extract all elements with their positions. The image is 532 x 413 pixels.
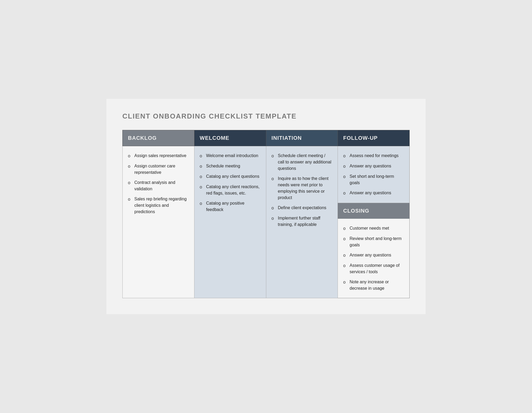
bullet-icon: o <box>200 163 205 170</box>
item-text: Assign customer care representative <box>134 163 189 176</box>
item-text: Catalog any client questions <box>206 173 261 180</box>
item-text: Sales rep briefing regarding client logi… <box>134 196 189 215</box>
initiation-body: o Schedule client meeting / call to answ… <box>266 146 338 298</box>
bullet-icon: o <box>343 153 348 159</box>
bullet-icon: o <box>343 163 348 170</box>
item-text: Customer needs met <box>350 225 404 231</box>
list-item: o Implement further staff training, if a… <box>272 215 332 228</box>
list-item: o Contract analysis and validation <box>128 179 189 192</box>
bullet-icon: o <box>272 215 276 222</box>
item-text: Schedule client meeting / call to answer… <box>278 153 332 172</box>
list-item: o Inquire as to how the client needs wer… <box>272 175 332 201</box>
item-text: Answer any questions <box>350 252 404 258</box>
bullet-icon: o <box>343 174 348 180</box>
item-text: Review short and long-term goals <box>350 235 404 248</box>
bullet-icon: o <box>343 236 348 242</box>
item-text: Assess need for meetings <box>350 153 404 159</box>
bullet-icon: o <box>272 205 276 211</box>
body-row: o Assign sales representative o Assign c… <box>123 146 410 298</box>
list-item: o Assess need for meetings <box>343 153 404 159</box>
closing-header: CLOSING <box>338 203 409 219</box>
list-item: o Sales rep briefing regarding client lo… <box>128 196 189 215</box>
list-item: o Note any increase or decrease in usage <box>343 279 404 292</box>
backlog-body: o Assign sales representative o Assign c… <box>123 146 194 298</box>
checklist-table: BACKLOG WELCOME INITIATION FOLLOW-UP o A… <box>122 130 410 298</box>
bullet-icon: o <box>343 225 348 232</box>
bullet-icon: o <box>200 153 205 159</box>
list-item: o Answer any questions <box>343 190 404 196</box>
bullet-icon: o <box>128 163 133 170</box>
followup-header: FOLLOW-UP <box>338 130 410 146</box>
closing-body: o Customer needs met o Review short and … <box>338 219 409 298</box>
item-text: Assess customer usage of services / tool… <box>350 262 404 275</box>
bullet-icon: o <box>200 200 205 207</box>
bullet-icon: o <box>200 184 205 190</box>
welcome-header: WELCOME <box>194 130 266 146</box>
initiation-header: INITIATION <box>266 130 338 146</box>
list-item: o Set short and long-term goals <box>343 173 404 186</box>
bullet-icon: o <box>343 190 348 196</box>
bullet-icon: o <box>128 180 133 186</box>
item-text: Implement further staff training, if app… <box>278 215 332 228</box>
item-text: Set short and long-term goals <box>350 173 404 186</box>
item-text: Contract analysis and validation <box>134 179 189 192</box>
followup-closing-cell: o Assess need for meetings o Answer any … <box>338 146 410 298</box>
page-title: CLIENT ONBOARDING CHECKLIST TEMPLATE <box>122 112 410 120</box>
item-text: Answer any questions <box>350 163 404 169</box>
item-text: Catalog any client reactions, red flags,… <box>206 184 261 196</box>
page: CLIENT ONBOARDING CHECKLIST TEMPLATE BAC… <box>106 99 426 314</box>
list-item: o Catalog any client reactions, red flag… <box>200 184 261 196</box>
list-item: o Welcome email introduction <box>200 153 261 159</box>
list-item: o Schedule client meeting / call to answ… <box>272 153 332 172</box>
bullet-icon: o <box>200 174 205 180</box>
backlog-header: BACKLOG <box>123 130 194 146</box>
list-item: o Catalog any positive feedback <box>200 200 261 213</box>
item-text: Catalog any positive feedback <box>206 200 261 213</box>
item-text: Welcome email introduction <box>206 153 261 159</box>
welcome-body: o Welcome email introduction o Schedule … <box>194 146 266 298</box>
bullet-icon: o <box>272 153 276 159</box>
bullet-icon: o <box>343 252 348 259</box>
item-text: Schedule meeting <box>206 163 261 169</box>
list-item: o Review short and long-term goals <box>343 235 404 248</box>
list-item: o Customer needs met <box>343 225 404 232</box>
list-item: o Schedule meeting <box>200 163 261 170</box>
item-text: Assign sales representative <box>134 153 189 159</box>
item-text: Note any increase or decrease in usage <box>350 279 404 292</box>
bullet-icon: o <box>343 263 348 269</box>
list-item: o Answer any questions <box>343 252 404 259</box>
list-item: o Assign customer care representative <box>128 163 189 176</box>
item-text: Define client expectations <box>278 205 332 211</box>
item-text: Inquire as to how the client needs were … <box>278 175 332 201</box>
bullet-icon: o <box>272 176 276 182</box>
header-row: BACKLOG WELCOME INITIATION FOLLOW-UP <box>123 130 410 146</box>
item-text: Answer any questions <box>350 190 404 196</box>
bullet-icon: o <box>128 196 133 203</box>
list-item: o Assess customer usage of services / to… <box>343 262 404 275</box>
bullet-icon: o <box>128 153 133 159</box>
bullet-icon: o <box>343 279 348 285</box>
list-item: o Catalog any client questions <box>200 173 261 180</box>
followup-body: o Assess need for meetings o Answer any … <box>338 146 409 203</box>
list-item: o Define client expectations <box>272 205 332 211</box>
list-item: o Assign sales representative <box>128 153 189 159</box>
list-item: o Answer any questions <box>343 163 404 170</box>
